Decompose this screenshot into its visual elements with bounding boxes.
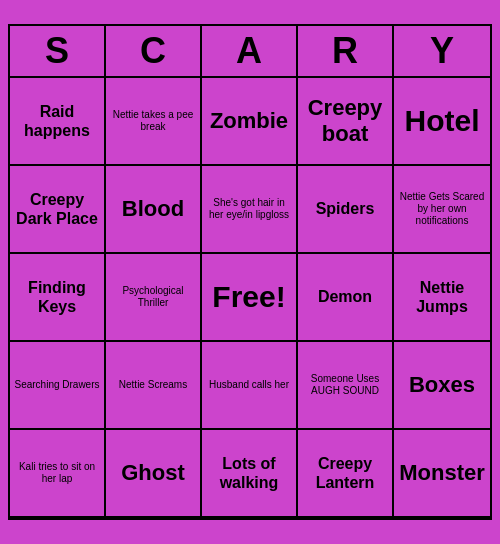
bingo-card: SCARY Raid happensNettie takes a pee bre… <box>8 24 492 520</box>
bingo-cell-19: Boxes <box>394 342 490 430</box>
bingo-cell-17: Husband calls her <box>202 342 298 430</box>
bingo-cell-11: Psychological Thriller <box>106 254 202 342</box>
bingo-grid: Raid happensNettie takes a pee breakZomb… <box>10 78 490 518</box>
header-letter-c: C <box>106 26 202 76</box>
bingo-cell-9: Nettie Gets Scared by her own notificati… <box>394 166 490 254</box>
bingo-cell-14: Nettie Jumps <box>394 254 490 342</box>
bingo-cell-20: Kali tries to sit on her lap <box>10 430 106 518</box>
bingo-cell-1: Nettie takes a pee break <box>106 78 202 166</box>
bingo-cell-0: Raid happens <box>10 78 106 166</box>
bingo-cell-7: She's got hair in her eye/in lipgloss <box>202 166 298 254</box>
bingo-cell-23: Creepy Lantern <box>298 430 394 518</box>
bingo-cell-5: Creepy Dark Place <box>10 166 106 254</box>
bingo-cell-22: Lots of walking <box>202 430 298 518</box>
header-row: SCARY <box>10 26 490 78</box>
bingo-cell-2: Zombie <box>202 78 298 166</box>
bingo-cell-4: Hotel <box>394 78 490 166</box>
header-letter-y: Y <box>394 26 490 76</box>
header-letter-r: R <box>298 26 394 76</box>
header-letter-a: A <box>202 26 298 76</box>
bingo-cell-21: Ghost <box>106 430 202 518</box>
bingo-cell-24: Monster <box>394 430 490 518</box>
header-letter-s: S <box>10 26 106 76</box>
bingo-cell-8: Spiders <box>298 166 394 254</box>
bingo-cell-3: Creepy boat <box>298 78 394 166</box>
bingo-cell-18: Someone Uses AUGH SOUND <box>298 342 394 430</box>
bingo-cell-16: Nettie Screams <box>106 342 202 430</box>
bingo-cell-12: Free! <box>202 254 298 342</box>
bingo-cell-15: Searching Drawers <box>10 342 106 430</box>
bingo-cell-10: Finding Keys <box>10 254 106 342</box>
bingo-cell-13: Demon <box>298 254 394 342</box>
bingo-cell-6: Blood <box>106 166 202 254</box>
